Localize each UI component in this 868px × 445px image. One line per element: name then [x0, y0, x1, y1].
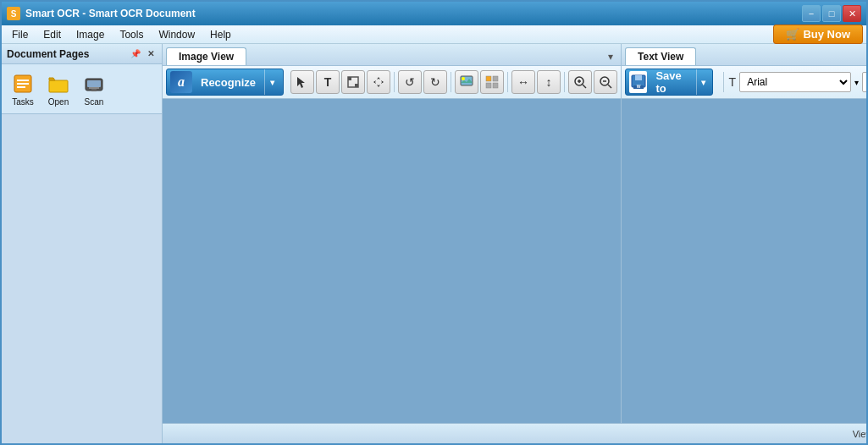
open-label: Open: [48, 97, 69, 107]
menu-file[interactable]: File: [5, 27, 35, 42]
open-icon: [47, 72, 70, 96]
separator-3: [507, 72, 508, 92]
tasks-button[interactable]: Tasks: [7, 68, 39, 110]
rotate-left-button[interactable]: ↺: [398, 70, 422, 94]
menu-bar: File Edit Image Tools Window Help 🛒 Buy …: [2, 25, 866, 44]
font-name-select[interactable]: Arial Times New Roman Courier New: [739, 72, 851, 92]
scan-button[interactable]: Scan: [78, 68, 110, 110]
image-view-tab[interactable]: Image View: [166, 47, 246, 65]
zoom-out-button[interactable]: [594, 70, 617, 94]
tasks-label: Tasks: [12, 97, 34, 107]
font-size-select[interactable]: 8 10 12: [862, 72, 866, 92]
text-tool-icon: T: [324, 75, 332, 89]
scan-label: Scan: [85, 97, 104, 107]
fit-width-button[interactable]: ↔: [511, 70, 535, 94]
svg-rect-10: [355, 84, 358, 87]
buy-now-button[interactable]: 🛒 Buy Now: [773, 25, 863, 44]
menu-edit[interactable]: Edit: [36, 27, 68, 42]
title-bar: S Smart OCR - Smart OCR Document − □ ✕: [2, 2, 866, 25]
app-icon: S: [7, 7, 20, 20]
text-tool-button[interactable]: T: [316, 70, 340, 94]
status-bar: View Mode:: [163, 423, 866, 443]
panel-pin-button[interactable]: 📌: [130, 48, 141, 60]
panel-close-button[interactable]: ✕: [145, 48, 157, 60]
left-toolbar: Tasks Open: [2, 64, 162, 114]
svg-rect-8: [91, 89, 97, 91]
save-to-dropdown-arrow[interactable]: ▾: [696, 69, 709, 95]
tasks-icon: [11, 72, 35, 96]
menu-help[interactable]: Help: [203, 27, 238, 42]
text-view-tab-bar: Text View ▾: [622, 44, 866, 66]
document-pages-panel: Document Pages 📌 ✕ T: [2, 44, 163, 443]
main-window: S Smart OCR - Smart OCR Document − □ ✕ F…: [0, 0, 868, 445]
fit-height-button[interactable]: ↕: [537, 70, 561, 94]
save-to-icon: W: [629, 71, 647, 93]
text-view-panel: Text View ▾ W: [622, 44, 866, 423]
title-bar-controls: − □ ✕: [802, 5, 861, 22]
close-button[interactable]: ✕: [843, 5, 861, 22]
separator-4: [564, 72, 565, 92]
save-to-label: Save to: [649, 69, 694, 95]
image-view-dropdown[interactable]: ▾: [604, 48, 617, 65]
panel-header: Document Pages 📌 ✕: [2, 44, 162, 64]
view-mode-label: View Mode:: [853, 429, 866, 439]
panel-title: Document Pages: [7, 48, 89, 60]
image-tool-button[interactable]: [455, 70, 478, 94]
svg-rect-6: [87, 80, 101, 87]
image-view-panel: Image View ▾ a Recognize ▾: [163, 44, 622, 423]
recognize-button[interactable]: a Recognize ▾: [166, 69, 284, 96]
svg-line-24: [608, 85, 611, 88]
svg-rect-4: [49, 80, 68, 92]
font-icon: T: [729, 75, 737, 89]
menu-tools[interactable]: Tools: [113, 27, 150, 42]
restore-button[interactable]: □: [822, 5, 841, 22]
svg-line-21: [583, 85, 586, 88]
open-button[interactable]: Open: [42, 68, 75, 110]
menu-image[interactable]: Image: [69, 27, 111, 42]
svg-point-13: [462, 77, 465, 80]
svg-rect-11: [348, 77, 351, 80]
window-title: Smart OCR - Smart OCR Document: [25, 8, 196, 19]
select-tool-button[interactable]: [290, 70, 314, 94]
recognize-label: Recognize: [194, 76, 263, 89]
grid-tool-button[interactable]: [480, 70, 504, 94]
right-area: Image View ▾ a Recognize ▾: [163, 44, 866, 443]
rotate-right-button[interactable]: ↻: [423, 70, 447, 94]
save-to-button[interactable]: W Save to ▾: [625, 69, 713, 96]
recognize-icon: a: [170, 71, 192, 93]
recognize-dropdown-arrow[interactable]: ▾: [264, 69, 279, 95]
scan-icon: [82, 72, 106, 96]
svg-rect-2: [17, 83, 29, 85]
image-view-tab-bar: Image View ▾: [163, 44, 621, 66]
svg-text:W: W: [636, 84, 640, 89]
buy-now-label: Buy Now: [803, 28, 850, 41]
font-dropdown-arrow: ▾: [854, 78, 859, 87]
separator-1: [394, 72, 395, 92]
menu-window[interactable]: Window: [152, 27, 202, 42]
text-toolbar: W Save to ▾ T Arial Times New Ro: [622, 66, 866, 99]
cart-icon: 🛒: [786, 28, 799, 41]
svg-rect-3: [17, 86, 25, 88]
text-view-content: [622, 99, 866, 423]
svg-rect-7: [89, 87, 99, 89]
panel-header-controls: 📌 ✕: [130, 48, 157, 60]
image-toolbar: a Recognize ▾ T: [163, 66, 621, 99]
resize-button[interactable]: [341, 70, 365, 94]
minimize-button[interactable]: −: [802, 5, 821, 22]
text-view-tab[interactable]: Text View: [625, 47, 696, 65]
views-container: Image View ▾ a Recognize ▾: [163, 44, 866, 423]
zoom-in-button[interactable]: [568, 70, 592, 94]
image-view-content: [163, 99, 621, 423]
main-area: Document Pages 📌 ✕ T: [2, 44, 866, 443]
move-button[interactable]: [367, 70, 390, 94]
separator-2: [451, 72, 451, 92]
title-bar-left: S Smart OCR - Smart OCR Document: [7, 7, 196, 20]
svg-rect-15: [493, 76, 498, 81]
svg-rect-1: [17, 80, 29, 81]
document-pages-content: [2, 114, 162, 443]
svg-rect-14: [486, 76, 491, 81]
svg-rect-27: [635, 75, 642, 80]
svg-rect-17: [493, 83, 498, 88]
svg-rect-16: [486, 83, 491, 88]
